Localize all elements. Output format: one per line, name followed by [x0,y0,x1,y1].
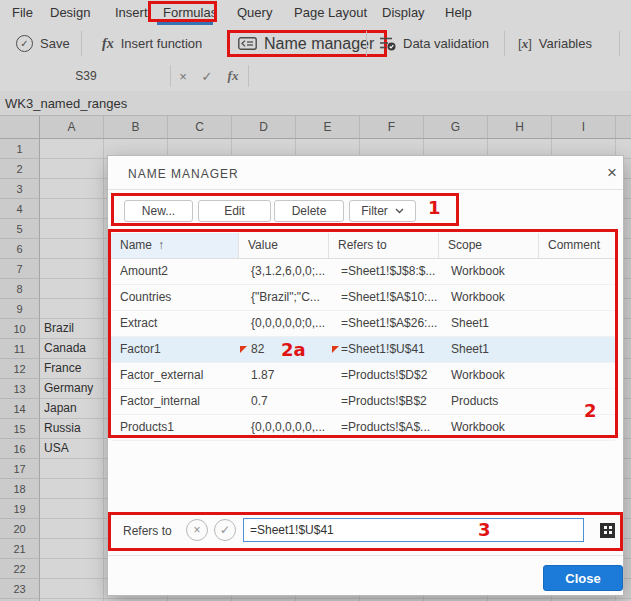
cell-A20[interactable] [40,519,104,539]
row-header-4[interactable]: 4 [0,199,40,219]
cancel-circle-icon[interactable]: × [186,519,208,541]
column-header-scope[interactable]: Scope [439,233,539,258]
save-button[interactable]: ✓ Save [16,26,70,61]
cell-A5[interactable] [40,219,104,239]
row-header-21[interactable]: 21 [0,539,40,559]
column-header-b[interactable]: B [104,116,168,138]
row-header-14[interactable]: 14 [0,399,40,419]
column-header-name[interactable]: Name↑ [111,233,239,258]
data-validation-button[interactable]: Data validation [379,26,489,61]
row-header-1[interactable]: 1 [0,139,40,159]
menu-item-display[interactable]: Display [382,5,425,20]
menu-item-help[interactable]: Help [445,5,472,20]
name-row-countries[interactable]: Countries{"Brazil";"C...=Sheet1!$A$10:..… [111,285,615,311]
cell-A10[interactable]: Brazil [40,319,104,339]
cell-A3[interactable] [40,179,104,199]
name-row-factor1[interactable]: Factor182=Sheet1!$U$41Sheet1 [111,337,615,363]
menu-item-formulas[interactable]: Formulas [163,5,217,20]
cell-A21[interactable] [40,539,104,559]
cell-A12[interactable]: France [40,359,104,379]
insert-function-fx-icon[interactable]: fx [222,61,244,91]
name-row-factor_internal[interactable]: Factor_internal0.7=Products!$B$2Products [111,389,615,415]
column-header-h[interactable]: H [488,116,552,138]
scope-cell: Workbook [439,259,539,284]
column-header-c[interactable]: C [168,116,232,138]
cell-A7[interactable] [40,259,104,279]
row-header-18[interactable]: 18 [0,479,40,499]
row-header-9[interactable]: 9 [0,299,40,319]
close-dialog-button[interactable]: Close [543,565,623,591]
name-row-products1[interactable]: Products1{0,0,0,0,0,0,...=Products!$A$..… [111,415,615,441]
column-header-refers-to[interactable]: Refers to [329,233,439,258]
comment-cell [539,389,615,414]
delete-name-button[interactable]: Delete [274,200,344,222]
column-header-value[interactable]: Value [239,233,329,258]
menu-item-insert[interactable]: Insert [115,5,148,20]
column-header-comment[interactable]: Comment [539,233,615,258]
cell-reference-box[interactable]: S39 [0,61,172,91]
column-header-f[interactable]: F [360,116,424,138]
row-header-16[interactable]: 16 [0,439,40,459]
cell-A18[interactable] [40,479,104,499]
cell-A19[interactable] [40,499,104,519]
cell-A23[interactable] [40,579,104,599]
row-header-2[interactable]: 2 [0,159,40,179]
row-header-6[interactable]: 6 [0,239,40,259]
row-header-12[interactable]: 12 [0,359,40,379]
row-header-20[interactable]: 20 [0,519,40,539]
menu-item-query[interactable]: Query [237,5,272,20]
cell-A22[interactable] [40,559,104,579]
cell-A13[interactable]: Germany [40,379,104,399]
column-header-g[interactable]: G [424,116,488,138]
row-header-10[interactable]: 10 [0,319,40,339]
menu-item-design[interactable]: Design [50,5,90,20]
save-check-circle-icon: ✓ [16,35,33,52]
cancel-entry-icon[interactable]: × [172,61,194,91]
scope-cell: Sheet1 [439,337,539,362]
confirm-circle-icon[interactable]: ✓ [214,519,236,541]
cell-A8[interactable] [40,279,104,299]
row-header-15[interactable]: 15 [0,419,40,439]
row-header-22[interactable]: 22 [0,559,40,579]
row-header-11[interactable]: 11 [0,339,40,359]
dialog-close-icon[interactable]: × [602,163,622,183]
name-manager-button[interactable]: Name manager [238,35,374,53]
comment-cell [539,415,615,440]
insert-function-button[interactable]: fx Insert function [102,26,202,61]
filter-dropdown-button[interactable]: Filter [349,200,416,222]
cell-A14[interactable]: Japan [40,399,104,419]
cell-A4[interactable] [40,199,104,219]
row-header-17[interactable]: 17 [0,459,40,479]
cell-A15[interactable]: Russia [40,419,104,439]
cell-A1[interactable] [40,139,104,159]
cell-A6[interactable] [40,239,104,259]
row-header-8[interactable]: 8 [0,279,40,299]
row-header-5[interactable]: 5 [0,219,40,239]
cell-A11[interactable]: Canada [40,339,104,359]
select-all-corner[interactable] [0,116,40,138]
menu-item-page-layout[interactable]: Page Layout [294,5,367,20]
name-row-amount2[interactable]: Amount2{3,1.2,6,0,0;...=Sheet1!$J$8:$...… [111,259,615,285]
cell-A9[interactable] [40,299,104,319]
new-name-button[interactable]: New... [124,200,193,222]
row-header-3[interactable]: 3 [0,179,40,199]
cell-A2[interactable] [40,159,104,179]
edit-name-button[interactable]: Edit [198,200,271,222]
menu-item-file[interactable]: File [12,5,33,20]
column-header-e[interactable]: E [296,116,360,138]
column-header-d[interactable]: D [232,116,296,138]
column-header-i[interactable]: I [552,116,616,138]
row-header-19[interactable]: 19 [0,499,40,519]
cell-A17[interactable] [40,459,104,479]
confirm-entry-icon[interactable]: ✓ [196,61,218,91]
name-row-factor_external[interactable]: Factor_external1.87=Products!$D$2Workboo… [111,363,615,389]
column-header-a[interactable]: A [40,116,104,138]
name-row-extract[interactable]: Extract{0,0,0,0,0;0,...=Sheet1!$A$26:...… [111,311,615,337]
row-header-23[interactable]: 23 [0,579,40,599]
row-header-13[interactable]: 13 [0,379,40,399]
select-range-button[interactable] [597,520,617,540]
row-header-7[interactable]: 7 [0,259,40,279]
refers-to-input[interactable] [243,518,584,542]
cell-A16[interactable]: USA [40,439,104,459]
variables-button[interactable]: [x] Variables [518,26,592,61]
